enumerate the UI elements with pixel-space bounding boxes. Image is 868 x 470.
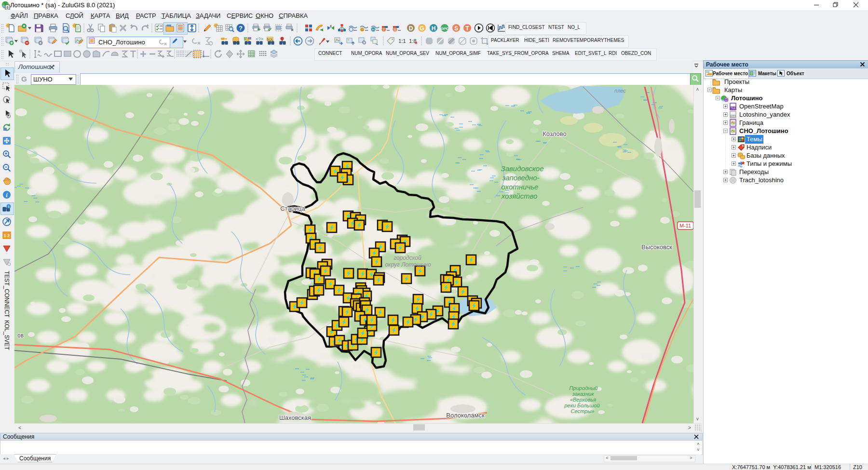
svg-text:D: D	[409, 25, 413, 32]
svg-text:М-11: М-11	[679, 223, 691, 228]
svg-text:T: T	[383, 27, 385, 32]
svg-text:TILE: TILE	[731, 107, 735, 109]
svg-text:G: G	[420, 25, 424, 32]
svg-text:S: S	[393, 27, 396, 32]
svg-text:заказник: заказник	[572, 391, 594, 397]
svg-text:S: S	[454, 25, 458, 32]
svg-text:ов: ов	[17, 332, 24, 339]
svg-text:«Верховья: «Верховья	[570, 397, 596, 403]
svg-text:округ Лотошино: округ Лотошино	[385, 261, 431, 268]
svg-text:Волоколамск: Волоколамск	[446, 412, 485, 419]
svg-text:Шаховская: Шаховская	[279, 414, 311, 421]
svg-text:реки Большой: реки Большой	[564, 403, 600, 408]
svg-text:охотничье: охотничье	[502, 183, 539, 191]
svg-text:Завидовское: Завидовское	[501, 164, 543, 173]
svg-text:8: 8	[6, 5, 9, 10]
svg-text:хозяйство: хозяйство	[501, 192, 538, 200]
svg-text:Сестры»: Сестры»	[571, 408, 595, 414]
svg-text:1:8: 1:8	[409, 38, 416, 44]
svg-text:1 2: 1 2	[4, 233, 10, 238]
svg-text:заповедно-: заповедно-	[502, 174, 539, 182]
svg-text:?: ?	[239, 25, 243, 32]
svg-text:плес: плес	[614, 88, 626, 94]
svg-text:T: T	[465, 25, 469, 32]
svg-text:OPC: OPC	[441, 27, 449, 31]
svg-text:Высоковск: Высоковск	[641, 243, 672, 251]
svg-text:G: G	[361, 27, 364, 32]
svg-text:i: i	[8, 205, 9, 208]
svg-text:SQL: SQL	[267, 38, 273, 41]
svg-text:Старица: Старица	[280, 205, 305, 212]
svg-text:Козлово: Козлово	[542, 130, 566, 137]
svg-text:H: H	[372, 27, 375, 32]
svg-text:H: H	[432, 25, 436, 32]
svg-text:городской: городской	[393, 255, 421, 261]
svg-text:Природный: Природный	[570, 385, 598, 391]
svg-text:1:1: 1:1	[398, 38, 406, 44]
svg-text:TILE: TILE	[731, 115, 735, 118]
